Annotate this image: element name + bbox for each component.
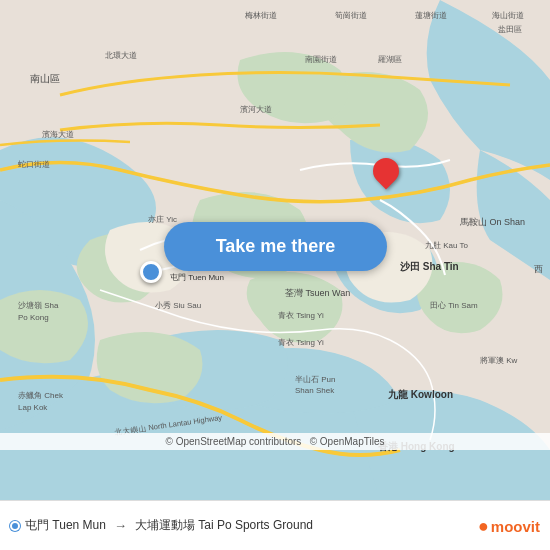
svg-text:Po Kong: Po Kong [18,313,49,322]
svg-text:南園街道: 南園街道 [305,55,337,64]
svg-text:盐田區: 盐田區 [498,25,522,34]
bottom-bar: 屯門 Tuen Mun → 大埔運動場 Tai Po Sports Ground… [0,500,550,550]
svg-text:九肚 Kau To: 九肚 Kau To [425,241,469,250]
moovit-logo-text: moovit [491,517,540,534]
route-origin-label: 屯門 Tuen Mun [25,517,106,534]
route-destination-label: 大埔運動場 Tai Po Sports Ground [135,517,313,534]
destination-pin [368,153,405,190]
svg-text:蛇口街道: 蛇口街道 [18,160,50,169]
svg-text:梅林街道: 梅林街道 [244,11,277,20]
svg-text:西: 西 [534,264,543,274]
svg-text:將軍澳 Kw: 將軍澳 Kw [480,356,518,365]
svg-text:蓮塘街道: 蓮塘街道 [415,11,447,20]
svg-text:沙塘嶺 Sha: 沙塘嶺 Sha [18,301,59,310]
svg-text:青衣 Tsing Yi: 青衣 Tsing Yi [278,338,324,347]
svg-text:半山石 Pun: 半山石 Pun [295,375,335,384]
take-me-there-button[interactable]: Take me there [164,222,387,271]
svg-text:海山街道: 海山街道 [492,11,524,20]
route-arrow: → [114,518,127,533]
svg-text:亦庄 Yic: 亦庄 Yic [148,215,177,224]
svg-text:田心 Tin Sam: 田心 Tin Sam [430,301,478,310]
svg-text:沙田 Sha Tin: 沙田 Sha Tin [400,261,459,272]
svg-text:荃灣 Tsuen Wan: 荃灣 Tsuen Wan [285,288,350,298]
svg-text:青衣 Tsing Yi: 青衣 Tsing Yi [278,311,324,320]
svg-text:羅湖區: 羅湖區 [378,55,402,64]
map-container: 南山區 北環大道 梅林街道 筍崗街道 蓮塘街道 海山街道 盐田區 南園街道 羅湖… [0,0,550,500]
route-origin-dot [10,521,20,531]
origin-marker [140,261,162,283]
svg-text:馬鞍山 On Shan: 馬鞍山 On Shan [459,217,525,227]
svg-text:赤鱲角 Chek: 赤鱲角 Chek [18,391,64,400]
svg-text:Shan Shek: Shan Shek [295,386,335,395]
svg-text:九龍 Kowloon: 九龍 Kowloon [387,389,453,400]
osm-attribution: © OpenStreetMap contributors [166,436,302,447]
svg-text:南山區: 南山區 [30,73,60,84]
destination-marker [373,158,399,184]
svg-text:濱河大道: 濱河大道 [240,105,272,114]
svg-text:Lap Kok: Lap Kok [18,403,48,412]
route-info: 屯門 Tuen Mun → 大埔運動場 Tai Po Sports Ground [10,517,540,534]
tiles-attribution: © OpenMapTiles [310,436,385,447]
svg-text:北環大道: 北環大道 [105,51,137,60]
svg-text:屯門 Tuen Mun: 屯門 Tuen Mun [170,273,224,282]
moovit-logo: ● moovit [478,515,540,536]
svg-text:筍崗街道: 筍崗街道 [335,11,367,20]
svg-text:濱海大道: 濱海大道 [42,130,74,139]
map-attribution: © OpenStreetMap contributors © OpenMapTi… [0,433,550,450]
svg-text:小秀 Siu Sau: 小秀 Siu Sau [155,301,201,310]
